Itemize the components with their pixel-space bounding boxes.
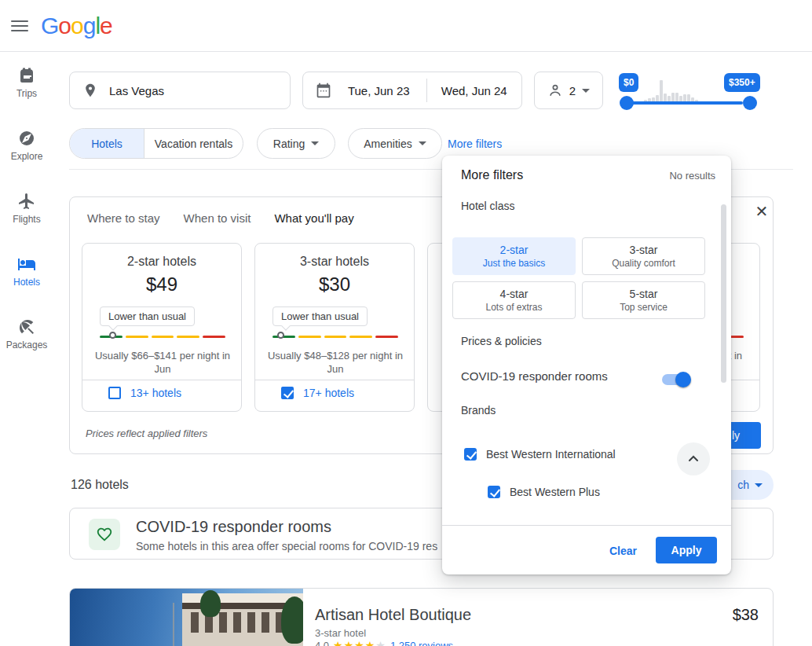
brand-row-best-western-international: Best Western International bbox=[464, 448, 616, 461]
hotels-count-link[interactable]: 13+ hotels bbox=[130, 387, 181, 399]
scroll-to-top-button[interactable] bbox=[677, 442, 710, 475]
google-logo[interactable]: Google bbox=[41, 13, 112, 39]
brand-row-best-western-plus: Best Western Plus bbox=[488, 486, 600, 498]
sidebar-item-packages[interactable]: Packages bbox=[0, 317, 53, 365]
sidebar-item-label: Packages bbox=[6, 340, 48, 351]
sidebar-item-hotels[interactable]: Hotels bbox=[0, 255, 53, 302]
gauge-marker bbox=[109, 332, 116, 339]
hotel-class: 3-star hotel bbox=[315, 627, 366, 639]
usual-price-note: Usually $66–$141 per night in Jun bbox=[90, 349, 235, 376]
slider-handle-min[interactable] bbox=[620, 96, 634, 110]
tab-vacation-rentals[interactable]: Vacation rentals bbox=[144, 129, 243, 158]
heart-icon bbox=[89, 519, 120, 550]
covid-toggle-label: COVID-19 responder rooms bbox=[461, 369, 608, 383]
menu-icon[interactable] bbox=[11, 20, 28, 31]
class-option-5star[interactable]: 5-star Top service bbox=[582, 281, 705, 319]
price-level-badge: Lower than usual bbox=[100, 306, 195, 326]
sort-pill-label: ch bbox=[737, 479, 749, 491]
compass-icon bbox=[17, 129, 36, 148]
brands-heading: Brands bbox=[461, 404, 496, 417]
destination-input[interactable]: Las Vegas bbox=[69, 72, 291, 109]
date-range-picker[interactable]: Tue, Jun 23 Wed, Jun 24 bbox=[302, 72, 522, 109]
panel-title: More filters bbox=[461, 168, 523, 182]
price-insight-card-3star: 3-star hotels $30 Lower than usual Usual… bbox=[254, 243, 415, 412]
price-min-badge: $0 bbox=[619, 73, 638, 92]
bed-icon bbox=[17, 255, 36, 273]
more-filters-panel: More filters No results Hotel class 2-st… bbox=[442, 156, 731, 574]
brand-checkbox[interactable] bbox=[488, 486, 500, 498]
brand-label: Best Western Plus bbox=[510, 486, 600, 498]
sidebar-item-label: Explore bbox=[11, 151, 43, 162]
star-rating-icons: ★★★★★ bbox=[333, 639, 386, 646]
hotels-filter-checkbox[interactable] bbox=[108, 387, 121, 399]
chevron-down-icon bbox=[755, 483, 763, 487]
guests-selector[interactable]: 2 bbox=[534, 72, 603, 109]
more-filters-link[interactable]: More filters bbox=[448, 138, 502, 150]
amenities-chip-label: Amenities bbox=[364, 138, 411, 150]
hotels-filter-checkbox[interactable] bbox=[281, 387, 294, 399]
price-histogram bbox=[644, 80, 698, 102]
divider bbox=[82, 380, 241, 380]
sidebar-item-explore[interactable]: Explore bbox=[0, 129, 53, 176]
hotel-price: $38 bbox=[733, 606, 759, 624]
airplane-icon bbox=[17, 192, 36, 211]
prices-policies-heading: Prices & policies bbox=[461, 335, 542, 347]
card-title: 2-star hotels bbox=[82, 255, 241, 269]
rating-chip-label: Rating bbox=[273, 138, 305, 150]
brand-label: Best Western International bbox=[486, 448, 616, 461]
hotel-rating-row: 4.0 ★★★★★ 1,250 reviews bbox=[315, 639, 453, 646]
card-price: $30 bbox=[255, 273, 414, 295]
checkout-date[interactable]: Wed, Jun 24 bbox=[427, 84, 522, 97]
usual-price-note: Usually $48–$128 per night in Jun bbox=[263, 349, 408, 376]
hotel-name[interactable]: Artisan Hotel Boutique bbox=[315, 606, 471, 624]
slider-track[interactable] bbox=[627, 101, 743, 105]
sidebar-item-trips[interactable]: Trips bbox=[0, 66, 53, 113]
location-pin-icon bbox=[82, 83, 98, 98]
sidebar-item-flights[interactable]: Flights bbox=[0, 192, 53, 239]
guests-count: 2 bbox=[569, 84, 576, 97]
covid-toggle[interactable] bbox=[662, 374, 689, 385]
panel-status: No results bbox=[669, 170, 715, 182]
calendar-icon bbox=[316, 83, 331, 98]
person-icon bbox=[547, 83, 563, 98]
hotel-result-row[interactable]: Artisan Hotel Boutique 3-star hotel 4.0 … bbox=[69, 588, 774, 646]
clear-button[interactable]: Clear bbox=[609, 545, 637, 557]
sidebar-item-label: Trips bbox=[16, 88, 37, 99]
slider-handle-max[interactable] bbox=[743, 96, 757, 110]
tab-where-to-stay[interactable]: Where to stay bbox=[87, 211, 160, 225]
gauge-marker bbox=[277, 332, 284, 339]
class-option-2star[interactable]: 2-star Just the basics bbox=[452, 237, 576, 275]
card-price: $49 bbox=[82, 273, 241, 295]
hotels-count-link[interactable]: 17+ hotels bbox=[303, 387, 354, 399]
results-count: 126 hotels bbox=[71, 478, 129, 492]
hotel-class-heading: Hotel class bbox=[461, 200, 514, 212]
chevron-down-icon bbox=[582, 89, 590, 93]
price-level-badge: Lower than usual bbox=[272, 306, 368, 326]
apply-button[interactable]: Apply bbox=[656, 537, 717, 563]
filters-note: Prices reflect applied filters bbox=[86, 428, 207, 439]
tab-what-youll-pay[interactable]: What you'll pay bbox=[274, 211, 353, 225]
hotel-photo[interactable] bbox=[70, 589, 303, 646]
stay-type-segment: Hotels Vacation rentals bbox=[69, 128, 243, 159]
backpack-icon bbox=[17, 66, 36, 85]
checkin-date[interactable]: Tue, Jun 23 bbox=[331, 84, 426, 97]
tab-when-to-visit[interactable]: When to visit bbox=[184, 211, 251, 225]
class-option-4star[interactable]: 4-star Lots of extras bbox=[452, 281, 576, 319]
beach-umbrella-icon bbox=[17, 317, 36, 336]
price-max-badge: $350+ bbox=[724, 73, 760, 92]
rating-value: 4.0 bbox=[315, 640, 329, 646]
panel-footer: Clear Apply bbox=[442, 525, 731, 574]
close-icon[interactable]: ✕ bbox=[752, 201, 772, 222]
reviews-link[interactable]: 1,250 reviews bbox=[390, 640, 453, 646]
card-title: 3-star hotels bbox=[255, 255, 414, 269]
brand-checkbox[interactable] bbox=[464, 448, 477, 461]
price-gauge bbox=[272, 336, 398, 338]
panel-scrollbar[interactable] bbox=[721, 204, 726, 383]
destination-value: Las Vegas bbox=[109, 84, 164, 97]
amenities-filter-chip[interactable]: Amenities bbox=[348, 128, 442, 159]
tab-hotels[interactable]: Hotels bbox=[70, 129, 144, 158]
rating-filter-chip[interactable]: Rating bbox=[257, 128, 335, 159]
chevron-down-icon bbox=[419, 141, 426, 145]
top-bar: Google bbox=[0, 0, 812, 52]
class-option-3star[interactable]: 3-star Quality comfort bbox=[582, 237, 705, 275]
